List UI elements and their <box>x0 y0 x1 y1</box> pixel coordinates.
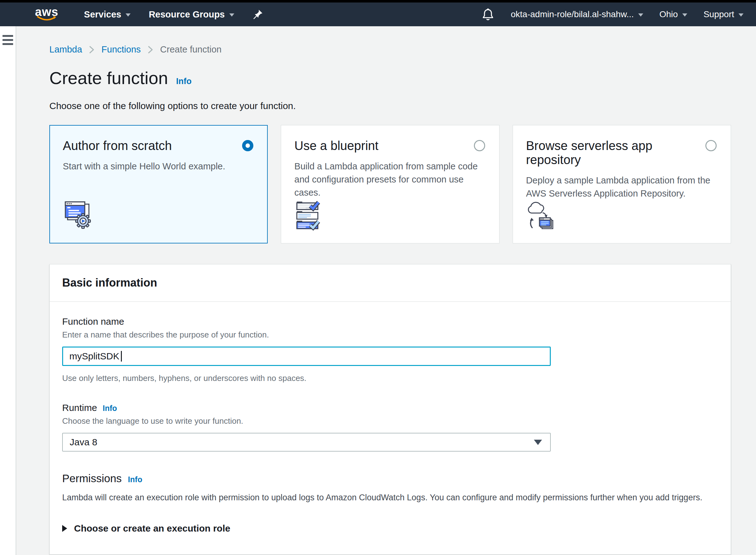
services-label: Services <box>84 9 121 20</box>
permissions-info-link[interactable]: Info <box>128 475 142 484</box>
aws-smile-icon <box>37 16 56 22</box>
top-navigation-bar: aws Services Resource Groups <box>0 2 756 26</box>
card-title: Browse serverless app repository <box>526 139 705 167</box>
basic-information-heading: Basic information <box>62 276 718 289</box>
bell-icon <box>481 8 494 21</box>
pin-icon <box>253 9 263 20</box>
execution-role-expander-label: Choose or create an execution role <box>74 523 230 534</box>
permissions-description: Lambda will create an execution role wit… <box>62 493 718 503</box>
radio-browse-serverless-app-repository[interactable] <box>705 140 717 151</box>
pin-shortcut-button[interactable] <box>253 9 263 20</box>
breadcrumb: Lambda Functions Create function <box>49 44 731 55</box>
card-browse-serverless-app-repository[interactable]: Browse serverless app repository Deploy … <box>513 125 731 244</box>
region-label: Ohio <box>660 9 678 19</box>
function-name-input[interactable] <box>62 347 551 366</box>
chevron-right-icon <box>148 45 153 54</box>
card-description: Deploy a sample Lambda application from … <box>526 174 717 200</box>
runtime-label: Runtime <box>62 402 97 413</box>
triangle-right-icon <box>62 525 67 532</box>
card-description: Start with a simple Hello World example. <box>63 160 253 173</box>
card-description: Build a Lambda application from sample c… <box>294 160 485 199</box>
chevron-down-icon <box>229 13 234 16</box>
aws-logo[interactable]: aws <box>35 7 58 22</box>
function-name-label: Function name <box>62 316 718 327</box>
basic-information-panel: Basic information Function name Enter a … <box>49 264 731 555</box>
text-cursor <box>121 351 122 361</box>
cloud-deploy-icon <box>526 200 717 232</box>
page-title-info-link[interactable]: Info <box>176 77 191 86</box>
runtime-select[interactable]: Java 8 <box>62 433 551 452</box>
account-label: okta-admin-role/bilal.al-shahw... <box>511 9 634 19</box>
main-content: Lambda Functions Create function Create … <box>16 26 756 555</box>
chevron-right-icon <box>89 45 95 54</box>
breadcrumb-functions-link[interactable]: Functions <box>101 44 141 55</box>
chevron-down-icon <box>534 440 542 445</box>
support-label: Support <box>704 9 734 19</box>
chevron-down-icon <box>739 13 744 16</box>
support-menu[interactable]: Support <box>704 9 744 19</box>
chevron-down-icon <box>638 13 643 16</box>
window-top-strip <box>0 0 756 2</box>
runtime-selected-value: Java 8 <box>70 437 97 447</box>
collapsed-sidebar <box>0 26 16 555</box>
runtime-help: Choose the language to use to write your… <box>62 416 718 426</box>
card-author-from-scratch[interactable]: Author from scratch Start with a simple … <box>49 125 268 244</box>
function-name-constraint: Use only letters, numbers, hyphens, or u… <box>62 374 718 383</box>
window-gear-play-icon <box>63 200 253 232</box>
card-title: Use a blueprint <box>294 139 378 153</box>
radio-use-a-blueprint[interactable] <box>474 140 485 151</box>
account-menu[interactable]: okta-admin-role/bilal.al-shahw... <box>511 9 643 19</box>
function-name-help: Enter a name that describes the purpose … <box>62 330 718 340</box>
aws-logo-text: aws <box>35 7 58 16</box>
page-title: Create function <box>49 68 168 88</box>
chevron-down-icon <box>126 13 131 16</box>
hamburger-menu-icon[interactable] <box>2 35 13 45</box>
creation-option-cards: Author from scratch Start with a simple … <box>49 125 731 244</box>
page-subtitle: Choose one of the following options to c… <box>49 101 731 111</box>
resource-groups-label: Resource Groups <box>149 9 225 20</box>
checklist-icon <box>294 200 485 232</box>
runtime-info-link[interactable]: Info <box>103 404 117 413</box>
card-use-a-blueprint[interactable]: Use a blueprint Build a Lambda applicati… <box>281 125 499 244</box>
region-menu[interactable]: Ohio <box>660 9 687 19</box>
services-menu[interactable]: Services <box>84 9 131 20</box>
card-title: Author from scratch <box>63 139 172 153</box>
chevron-down-icon <box>682 13 687 16</box>
radio-author-from-scratch[interactable] <box>242 140 253 151</box>
breadcrumb-current: Create function <box>160 44 222 55</box>
notifications-button[interactable] <box>481 8 494 21</box>
permissions-heading: Permissions <box>62 472 122 485</box>
resource-groups-menu[interactable]: Resource Groups <box>149 9 234 20</box>
execution-role-expander[interactable]: Choose or create an execution role <box>62 523 718 534</box>
breadcrumb-lambda-link[interactable]: Lambda <box>49 44 82 55</box>
